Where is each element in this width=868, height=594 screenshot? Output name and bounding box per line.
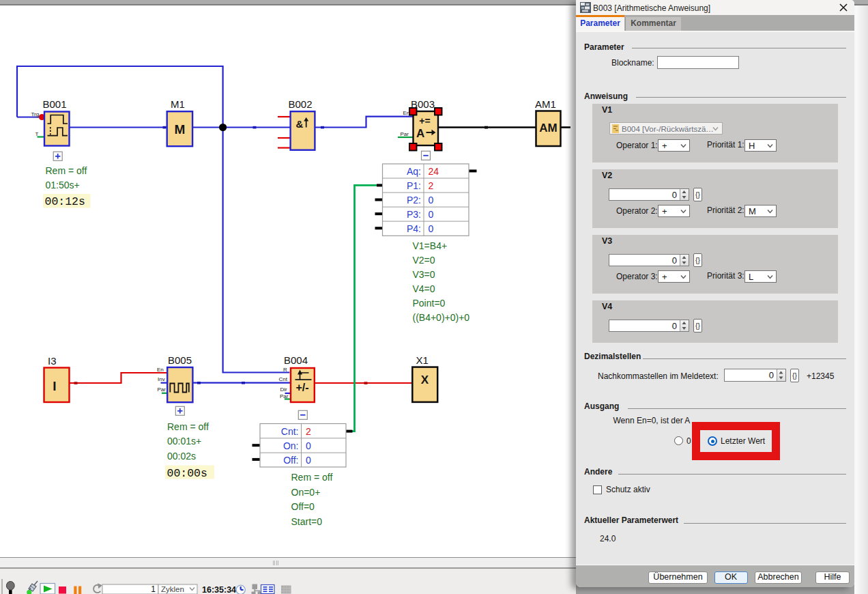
svg-text:Par: Par — [280, 393, 289, 399]
svg-text:B004: B004 — [284, 354, 308, 366]
svg-text:B003: B003 — [411, 98, 435, 110]
svg-text:Cnt: Cnt — [279, 376, 288, 382]
svg-text:2: 2 — [306, 426, 311, 437]
svg-text:2: 2 — [429, 180, 434, 191]
svg-text:00:02s: 00:02s — [167, 451, 196, 462]
svg-text:V4=0: V4=0 — [413, 283, 435, 294]
svg-text:En: En — [157, 367, 164, 373]
svg-text:X1: X1 — [416, 354, 429, 366]
svg-text:16:35:34: 16:35:34 — [202, 585, 236, 594]
svg-text:M: M — [174, 122, 185, 137]
svg-text:Start=0: Start=0 — [291, 516, 323, 527]
svg-text:T: T — [35, 131, 39, 137]
svg-text:+/-: +/- — [295, 382, 308, 393]
svg-text:24: 24 — [429, 166, 439, 177]
svg-text:AM: AM — [539, 122, 557, 135]
svg-text:&: & — [296, 118, 304, 130]
svg-text:Point=0: Point=0 — [413, 298, 446, 309]
svg-text:Rem = off: Rem = off — [167, 421, 209, 432]
svg-text:Cnt:: Cnt: — [281, 426, 299, 437]
svg-text:0: 0 — [429, 209, 434, 220]
svg-text:On=0+: On=0+ — [291, 487, 321, 498]
svg-text:V1=B4+: V1=B4+ — [413, 240, 448, 251]
svg-text:Inv: Inv — [158, 376, 165, 382]
svg-text:1: 1 — [151, 584, 156, 594]
svg-text:00:01s+: 00:01s+ — [167, 436, 201, 447]
svg-text:Off:: Off: — [283, 455, 298, 466]
svg-text:P1:: P1: — [407, 180, 421, 191]
svg-text:P4:: P4: — [407, 223, 421, 234]
svg-text:Off=0: Off=0 — [291, 501, 315, 512]
svg-text:M1: M1 — [171, 98, 185, 110]
svg-text:+=: += — [419, 115, 430, 126]
svg-text:On:: On: — [283, 440, 299, 451]
svg-text:00:12s: 00:12s — [45, 195, 85, 208]
svg-text:I3: I3 — [48, 355, 57, 367]
svg-text:0: 0 — [306, 440, 311, 451]
svg-text:B001: B001 — [43, 98, 67, 110]
svg-text:P2:: P2: — [407, 195, 421, 206]
svg-text:V2=0: V2=0 — [413, 255, 435, 266]
svg-text:V3=0: V3=0 — [413, 269, 435, 280]
svg-text:X: X — [421, 373, 429, 386]
svg-text:Rem = off: Rem = off — [46, 165, 87, 176]
svg-text:Aq:: Aq: — [407, 166, 421, 177]
svg-text:En: En — [403, 110, 410, 116]
svg-text:B005: B005 — [168, 354, 192, 366]
svg-text:Par: Par — [401, 131, 409, 137]
svg-text:AM1: AM1 — [535, 98, 556, 110]
svg-text:Par: Par — [158, 386, 167, 393]
svg-text:0: 0 — [429, 195, 434, 206]
svg-text:01:50s+: 01:50s+ — [46, 180, 80, 190]
svg-text:0: 0 — [429, 223, 434, 234]
svg-text:((B4+0)+0)+0: ((B4+0)+0)+0 — [413, 312, 470, 323]
svg-text:B002: B002 — [289, 98, 313, 110]
svg-text:Rem = off: Rem = off — [291, 472, 333, 483]
svg-text:P3:: P3: — [407, 209, 421, 220]
svg-text:A: A — [416, 127, 424, 140]
svg-text:I: I — [53, 379, 56, 393]
svg-text:Zyklen: Zyklen — [161, 585, 184, 593]
svg-text:00:00s: 00:00s — [167, 467, 207, 480]
svg-text:Trg: Trg — [31, 111, 40, 117]
svg-text:R: R — [283, 367, 287, 373]
svg-text:0: 0 — [306, 455, 311, 466]
svg-text:Dir: Dir — [280, 386, 288, 393]
